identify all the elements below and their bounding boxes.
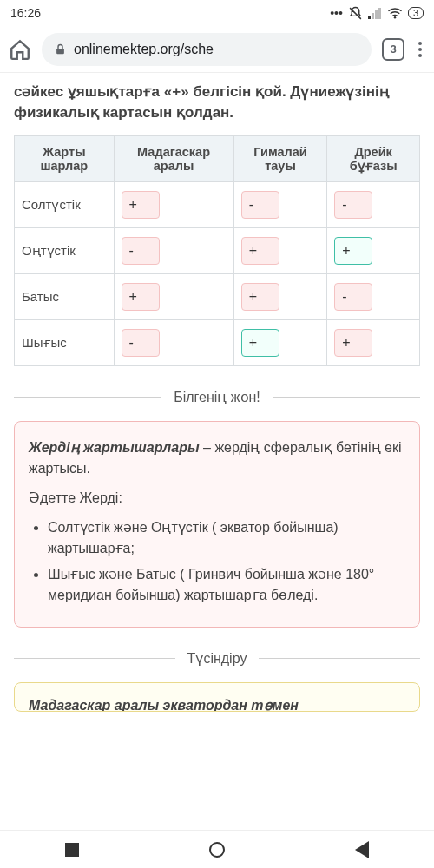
answer-cell: + — [233, 273, 327, 319]
answer-cell: + — [233, 319, 327, 365]
term: Жердің жартышарлары — [29, 440, 200, 455]
answer-cell: - — [327, 181, 420, 227]
answer-input[interactable]: - — [122, 329, 160, 357]
svg-rect-2 — [375, 10, 378, 19]
row-label: Шығыс — [15, 319, 115, 365]
answer-cell: + — [327, 319, 420, 365]
answer-input[interactable]: + — [122, 283, 160, 311]
answer-input[interactable]: + — [122, 191, 160, 219]
home-button[interactable] — [209, 842, 225, 858]
answer-input[interactable]: - — [122, 237, 160, 265]
answer-cell: + — [114, 181, 233, 227]
section-title: Түсіндіру — [175, 650, 260, 667]
browser-toolbar: onlinemektep.org/sche 3 — [0, 26, 434, 73]
section-divider: Түсіндіру — [14, 650, 420, 667]
wifi-icon — [387, 7, 403, 19]
answer-cell: + — [327, 227, 420, 273]
answer-input[interactable]: + — [334, 237, 372, 265]
svg-rect-5 — [56, 49, 64, 54]
row-label: Батыс — [15, 273, 115, 319]
dots-icon: ••• — [330, 6, 343, 20]
row-label: Оңтүстік — [15, 227, 115, 273]
info-box: Жердің жартышарлары – жердің сфералық бе… — [14, 421, 420, 628]
answer-cell: - — [233, 181, 327, 227]
table-header: Гималай тауы — [233, 135, 327, 181]
more-menu-icon[interactable] — [415, 38, 425, 61]
table-header: Мадагаскар аралы — [114, 135, 233, 181]
table-row: Оңтүстік-++ — [15, 227, 420, 273]
tabs-button[interactable]: 3 — [382, 38, 404, 61]
svg-rect-0 — [368, 16, 371, 19]
section-divider: Білгенің жөн! — [14, 389, 420, 405]
signal-icon — [368, 7, 382, 19]
task-instruction: сәйкес ұяшықтарға «+» белгісін қой. Дүни… — [14, 82, 420, 123]
answer-cell: - — [114, 319, 233, 365]
android-nav-bar — [0, 830, 434, 868]
lead-text: Әдетте Жерді: — [29, 488, 405, 509]
table-row: Шығыс-++ — [15, 319, 420, 365]
status-bar: 16:26 ••• 3 — [0, 0, 434, 26]
mute-bell-icon — [348, 6, 363, 21]
list-item: Шығыс және Батыс ( Гринвич бойынша және … — [48, 564, 405, 606]
answer-input[interactable]: + — [334, 329, 372, 357]
svg-point-4 — [394, 16, 396, 18]
row-label: Солтүстік — [15, 181, 115, 227]
table-header: Дрейк бұғазы — [327, 135, 420, 181]
home-icon[interactable] — [9, 38, 31, 61]
answer-input[interactable]: + — [241, 329, 279, 357]
answer-cell: - — [114, 227, 233, 273]
answer-input[interactable]: + — [241, 283, 279, 311]
status-icons: ••• 3 — [330, 6, 424, 21]
section-title: Білгенің жөн! — [161, 389, 273, 405]
lock-icon — [54, 43, 67, 56]
svg-rect-1 — [372, 13, 374, 19]
answer-cell: + — [233, 227, 327, 273]
url-bar[interactable]: onlinemektep.org/sche — [42, 33, 372, 66]
answer-input[interactable]: - — [334, 283, 372, 311]
list-item: Солтүстік және Оңтүстік ( экватор бойынш… — [48, 517, 405, 559]
explain-term: Мадагаскар аралы — [29, 698, 159, 712]
answer-input[interactable]: + — [241, 237, 279, 265]
explain-text: экватордан төмен — [159, 698, 299, 712]
table-row: Солтүстік+-- — [15, 181, 420, 227]
svg-rect-3 — [378, 8, 381, 19]
battery-icon: 3 — [408, 7, 424, 19]
answer-cell: - — [327, 273, 420, 319]
table-header: Жарты шарлар — [15, 135, 115, 181]
back-button[interactable] — [355, 841, 369, 858]
answer-input[interactable]: - — [241, 191, 279, 219]
url-text: onlinemektep.org/sche — [74, 42, 214, 57]
table-row: Батыс++- — [15, 273, 420, 319]
page-content[interactable]: сәйкес ұяшықтарға «+» белгісін қой. Дүни… — [0, 73, 434, 830]
explain-box: Мадагаскар аралы экватордан төмен — [14, 682, 420, 712]
answer-input[interactable]: - — [334, 191, 372, 219]
recents-button[interactable] — [65, 843, 79, 857]
answer-cell: + — [114, 273, 233, 319]
status-time: 16:26 — [10, 6, 41, 20]
answer-table: Жарты шарлар Мадагаскар аралы Гималай та… — [14, 135, 420, 366]
